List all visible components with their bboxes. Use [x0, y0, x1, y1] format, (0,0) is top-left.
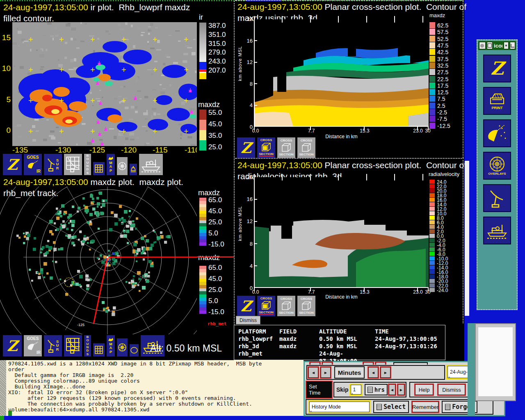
- overlays-wheel-icon: [488, 156, 506, 172]
- zebra-logo-icon-button[interactable]: Z: [483, 55, 511, 82]
- xsec-maxdz-timestamp: 24-aug-1997,13:05:00: [237, 2, 322, 11]
- dismiss-button-small[interactable]: Dismiss: [236, 316, 260, 324]
- satellite-image[interactable]: [12, 22, 197, 146]
- map-button[interactable]: M A P: [106, 153, 115, 176]
- xsec-radial-panel: 24-aug-1997,13:05:00 Planar cross-sectio…: [235, 158, 463, 323]
- sur-radar-button[interactable]: S U R: [43, 335, 62, 357]
- zebra-display-root: 24-aug-1997,13:05:00 ir plot. Rhb_lowprf…: [0, 0, 525, 420]
- goes-ir-button[interactable]: GOES IR: [23, 335, 42, 357]
- printer-icon: [489, 92, 505, 106]
- iconify-button[interactable]: [487, 42, 493, 49]
- step-forward-button[interactable]: ►: [321, 367, 331, 378]
- window-fragment-gray: [475, 323, 516, 401]
- track-line-extension: [197, 256, 234, 258]
- xsec-radial-title: 24-aug-1997,13:05:00 Planar cross-sectio…: [237, 160, 466, 170]
- minutes-forward-button[interactable]: ►: [381, 367, 390, 378]
- goes-ir-button[interactable]: GOES IR: [23, 153, 42, 176]
- console-line: 970824.1105.xwd is a 525x420 XWD image…: [8, 361, 262, 367]
- overlays-icon-button[interactable]: OVERLAYS: [483, 152, 511, 180]
- satellite-dish-icon: [27, 341, 39, 351]
- xsec-maxdz-title: 24-aug-1997,13:05:00 Planar cross-sectio…: [237, 2, 466, 12]
- zebra-logo-button[interactable]: Z: [237, 137, 256, 158]
- radar-colorbar2: [199, 266, 206, 314]
- radar-antenna-icon: [47, 157, 56, 172]
- cross-section-button-active[interactable]: CROSS SECTION: [257, 295, 276, 317]
- xsec-maxdz-toolbar: Z CROSS SECTION CROSS SECTION CROSS SECT…: [237, 137, 316, 158]
- zebra-logo-button[interactable]: Z: [237, 295, 256, 317]
- satellite-icon-button[interactable]: [483, 119, 511, 147]
- window-fragment-teal: [468, 323, 475, 416]
- help-button[interactable]: Help: [415, 384, 433, 395]
- radar-range-label: -125: [77, 323, 84, 327]
- remember-button[interactable]: Remember: [412, 402, 438, 412]
- radar-plot-title: 24-aug-1997,13:05:00 maxdz plot. maxdz p…: [3, 177, 183, 187]
- dismiss-button[interactable]: Dismiss: [438, 384, 465, 395]
- ir-colorbar-label: ir: [199, 13, 203, 22]
- cross-section-button[interactable]: CROSS SECTION: [277, 137, 296, 158]
- radar-grid-button[interactable]: [64, 153, 82, 176]
- sur-radar-button[interactable]: S U R: [43, 153, 62, 176]
- range-rings: [0, 187, 197, 334]
- radar-grid-button[interactable]: [64, 335, 82, 357]
- xsec-radial-y-axis: 201612840: [244, 174, 253, 291]
- units-menu-button[interactable]: hrs: [365, 384, 388, 395]
- radar-colorbar1-ticks: 65.045.025.05.0-15.0: [208, 196, 224, 251]
- console-line: after 129 requests (129 known processed)…: [8, 395, 262, 401]
- xsec-radial-plot[interactable]: [254, 177, 429, 288]
- circle-button[interactable]: [129, 344, 139, 357]
- select-menu-button[interactable]: Select: [373, 401, 409, 413]
- print-icon-button[interactable]: PRINT: [483, 87, 511, 115]
- radar-colorbar2-label: maxdz: [198, 253, 220, 262]
- buoy-button[interactable]: [129, 163, 137, 176]
- radar-icon-button[interactable]: [483, 184, 511, 212]
- xsec-maxdz-plot[interactable]: [254, 19, 429, 127]
- console-scrollbar[interactable]: [0, 360, 6, 416]
- cross-section-button[interactable]: CROSS SECTION: [297, 295, 316, 317]
- history-mode-field[interactable]: History Mode: [309, 402, 370, 412]
- ship-icon-button[interactable]: [483, 217, 511, 244]
- skip-forward-button[interactable]: ►: [398, 384, 404, 395]
- console-line: Compressing colormap...89 unique colors: [8, 378, 262, 384]
- circle-icon: [130, 347, 138, 354]
- step-back-button[interactable]: ◄: [308, 367, 318, 378]
- zebra-logo-button[interactable]: Z: [2, 153, 22, 176]
- window-menu-button[interactable]: [479, 42, 486, 49]
- grid-radar-icon: [66, 338, 80, 354]
- zebra-logo-button[interactable]: Z: [2, 335, 22, 357]
- map-button[interactable]: M A P: [106, 335, 115, 357]
- platform-table-header: PLATFORM FIELD ALTITUDE TIME: [234, 328, 445, 335]
- cross-section-button-active[interactable]: CROSS SECTION: [257, 137, 276, 158]
- console-line: The connection was probably broken by a …: [8, 401, 262, 407]
- console-line: Building XImage...done: [8, 384, 262, 390]
- xterm-console[interactable]: 970824.1105.xwd is a 525x420 XWD image…: [0, 360, 304, 416]
- grid-radar-icon: [66, 156, 80, 173]
- cross-section-button[interactable]: CROSS SECTION: [297, 137, 316, 158]
- skip-back-button[interactable]: ◄: [389, 384, 395, 395]
- cube-icon: [260, 142, 272, 153]
- minimize-button[interactable]: [504, 42, 509, 49]
- subgrid-button[interactable]: [93, 162, 105, 176]
- subgrid-button[interactable]: [93, 343, 105, 357]
- set-time-button[interactable]: Set Time: [306, 381, 332, 398]
- bounds-button[interactable]: B O U N D S: [84, 153, 91, 176]
- overlays-wheel-button[interactable]: [116, 338, 128, 357]
- platform-status-window: PLATFORM FIELD ALTITUDE TIME rhb_lowprfm…: [234, 325, 445, 360]
- wheel-icon: [118, 162, 127, 171]
- altitude-readout: Alt: 0.50 km MSL: [150, 343, 222, 354]
- skip-field[interactable]: 1: [351, 385, 361, 395]
- overlays-wheel-button[interactable]: [116, 157, 128, 176]
- table-row: rhb_lowprfmaxdz 0.50 km MSL24-Aug-97,13:…: [234, 335, 445, 342]
- cross-section-button[interactable]: CROSS SECTION: [277, 295, 296, 317]
- minutes-back-button[interactable]: ◄: [368, 367, 378, 378]
- minutes-button[interactable]: Minutes: [334, 366, 365, 379]
- grid-icon: [95, 346, 103, 354]
- time-step-group: ◄ ► Minutes ◄ ►: [306, 365, 445, 380]
- bounds-button[interactable]: B O U N D S: [84, 335, 91, 357]
- icon-window-titlebar[interactable]: icon: [478, 41, 516, 50]
- xsec-maxdz-y-axis: 201612840: [244, 16, 253, 130]
- maximize-button[interactable]: [510, 42, 515, 49]
- ship-button[interactable]: [139, 153, 163, 176]
- console-line: Default gamma for IRGB image is 2.20: [8, 372, 262, 378]
- icon-window: icon Z PRINT OVERLAYS: [477, 39, 518, 310]
- radar-ppi-display[interactable]: -125: [0, 187, 197, 334]
